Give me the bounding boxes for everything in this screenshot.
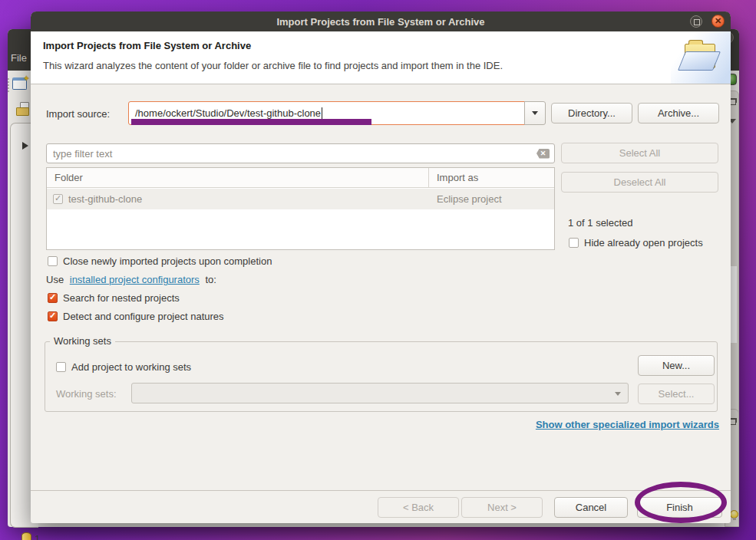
table-row[interactable]: test-github-clone Eclipse project bbox=[47, 189, 554, 209]
table-header[interactable]: Folder Import as bbox=[47, 168, 554, 188]
clear-filter-icon[interactable]: ✕ bbox=[536, 149, 550, 159]
chevron-down-icon bbox=[532, 111, 538, 115]
filter-field: ✕ bbox=[46, 143, 555, 163]
close-after-import-checkbox[interactable] bbox=[48, 256, 58, 266]
close-after-import-row[interactable]: Close newly imported projects upon compl… bbox=[48, 255, 272, 267]
text-caret bbox=[322, 107, 322, 120]
hide-open-label: Hide already open projects bbox=[584, 237, 703, 249]
next-button[interactable]: Next > bbox=[461, 497, 543, 518]
nested-projects-checkbox[interactable] bbox=[48, 293, 58, 303]
maximize-icon[interactable] bbox=[690, 15, 702, 28]
add-working-sets-row[interactable]: Add project to working sets bbox=[56, 361, 191, 373]
lightbulb-icon bbox=[730, 510, 738, 519]
nested-projects-row[interactable]: Search for nested projects bbox=[48, 292, 180, 304]
add-working-sets-label: Add project to working sets bbox=[71, 361, 191, 373]
page-title: Import Projects from File System or Arch… bbox=[43, 40, 251, 51]
status-count: 1 bbox=[35, 533, 40, 540]
dialog-titlebar[interactable]: Import Projects from File System or Arch… bbox=[31, 12, 731, 31]
row-import-as-cell: Eclipse project bbox=[437, 193, 502, 205]
project-explorer-icon[interactable] bbox=[16, 107, 29, 116]
projects-table: Folder Import as test-github-clone Eclip… bbox=[46, 167, 555, 250]
column-import-as[interactable]: Import as bbox=[437, 172, 478, 183]
column-separator[interactable] bbox=[428, 168, 429, 188]
annotation-underline bbox=[131, 119, 371, 125]
hide-open-checkbox[interactable] bbox=[569, 238, 579, 248]
nested-projects-label: Search for nested projects bbox=[63, 292, 180, 304]
expander-icon[interactable] bbox=[22, 142, 28, 150]
working-sets-group: Working sets Add project to working sets… bbox=[45, 341, 718, 412]
working-sets-combo-label: Working sets: bbox=[56, 388, 117, 400]
new-wizard-icon[interactable]: ✦ bbox=[12, 77, 27, 90]
other-wizards-link[interactable]: Show other specialized import wizards bbox=[536, 419, 719, 430]
import-source-label: Import source: bbox=[46, 108, 110, 120]
use-suffix: to: bbox=[205, 274, 216, 285]
wizard-banner: Import Projects from File System or Arch… bbox=[31, 31, 731, 84]
back-button[interactable]: < Back bbox=[378, 497, 459, 518]
banner-art bbox=[671, 31, 731, 84]
new-working-set-button[interactable]: New... bbox=[638, 355, 715, 376]
selection-status: 1 of 1 selected bbox=[568, 217, 633, 229]
button-bar: < Back Next > Cancel Finish bbox=[31, 490, 731, 523]
star-icon: ✦ bbox=[23, 74, 30, 84]
annotation-ellipse bbox=[635, 482, 727, 523]
working-sets-legend: Working sets bbox=[50, 335, 115, 347]
deselect-all-button[interactable]: Deselect All bbox=[561, 172, 718, 193]
menu-file[interactable]: File bbox=[11, 52, 27, 64]
hide-open-projects-row[interactable]: Hide already open projects bbox=[569, 237, 703, 249]
archive-button[interactable]: Archive... bbox=[638, 103, 719, 123]
cancel-button[interactable]: Cancel bbox=[554, 497, 628, 518]
select-all-button[interactable]: Select All bbox=[561, 143, 718, 163]
page-description: This wizard analyzes the content of your… bbox=[43, 60, 503, 71]
column-folder[interactable]: Folder bbox=[54, 172, 83, 183]
configurators-link[interactable]: installed project configurators bbox=[70, 274, 200, 285]
project-natures-label: Detect and configure project natures bbox=[63, 311, 224, 322]
database-icon bbox=[21, 532, 31, 540]
chevron-down-icon bbox=[615, 392, 621, 396]
close-after-import-label: Close newly imported projects upon compl… bbox=[63, 255, 272, 267]
row-folder-cell: test-github-clone bbox=[68, 193, 142, 205]
working-sets-combo[interactable] bbox=[131, 383, 629, 403]
project-natures-row[interactable]: Detect and configure project natures bbox=[48, 311, 224, 322]
filter-input[interactable] bbox=[47, 148, 536, 160]
row-checkbox[interactable] bbox=[53, 194, 63, 204]
directory-button[interactable]: Directory... bbox=[551, 103, 632, 123]
close-icon[interactable]: ✕ bbox=[711, 15, 725, 28]
project-natures-checkbox[interactable] bbox=[48, 311, 58, 321]
add-working-sets-checkbox[interactable] bbox=[56, 362, 66, 372]
use-prefix: Use bbox=[46, 274, 64, 285]
configurators-line: Use installed project configurators to: bbox=[46, 274, 216, 285]
import-source-dropdown-button[interactable] bbox=[524, 101, 546, 125]
dialog-title: Import Projects from File System or Arch… bbox=[276, 16, 484, 28]
select-working-set-button[interactable]: Select... bbox=[638, 384, 715, 404]
import-projects-dialog: Import Projects from File System or Arch… bbox=[31, 12, 731, 523]
import-source-value: /home/ockert/Studio/Dev/test-github-clon… bbox=[135, 107, 321, 119]
toolbar-grip bbox=[8, 78, 10, 92]
